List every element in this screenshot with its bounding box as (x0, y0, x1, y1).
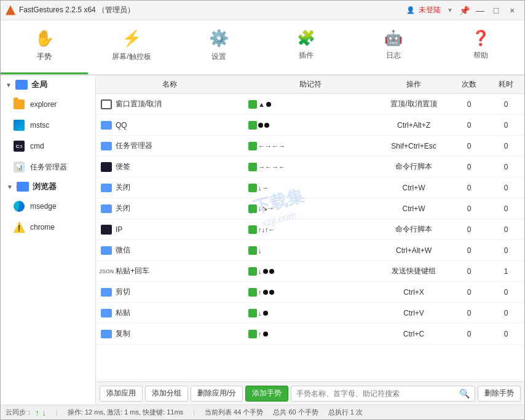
search-input[interactable] (296, 389, 459, 398)
row-action: 置顶/取消置顶 (377, 96, 451, 112)
group-global-arrow: ▼ (6, 82, 12, 88)
sidebar-item-msedge-label: msedge (30, 202, 57, 211)
maximize-button[interactable]: □ (489, 4, 503, 17)
row-shortcut: ↑ (243, 286, 377, 299)
table-row[interactable]: 粘贴 ↓ Ctrl+V 0 0 (96, 303, 524, 324)
row-name: 任务管理器 (96, 138, 243, 154)
status-dropdown[interactable]: ▼ (447, 7, 453, 14)
row-icon-window (101, 99, 112, 110)
row-shortcut: ↓↘→ (243, 202, 377, 216)
explorer-icon (13, 98, 25, 111)
close-button[interactable]: × (505, 4, 519, 17)
row-shortcut: ↓ (243, 306, 377, 320)
msedge-icon (13, 200, 25, 212)
row-shortcut: ←→←→ (243, 139, 377, 153)
row-icon-keyboard (101, 329, 112, 340)
row-icon-keyboard (101, 287, 112, 298)
add-app-button[interactable]: 添加应用 (100, 386, 143, 402)
sync-down-icon[interactable]: ↓ (42, 408, 46, 418)
table-row[interactable]: 任务管理器 ←→←→ Shif+Ctrl+Esc 0 0 (96, 136, 524, 157)
taskmgr-icon: 📊 (13, 161, 25, 173)
window-controls: 📌 — □ × (457, 4, 519, 17)
sidebar-item-mstsc[interactable]: mstsc (1, 115, 95, 136)
browser-group-icon (17, 182, 29, 192)
row-shortcut: ↓ (243, 265, 377, 278)
sidebar-item-mstsc-label: mstsc (30, 121, 49, 130)
minimize-button[interactable]: — (473, 4, 488, 17)
group-global-label: 全局 (31, 79, 47, 90)
sidebar-item-explorer[interactable]: explorer (1, 94, 95, 115)
row-icon-keyboard (101, 245, 112, 256)
group-global-header[interactable]: ▼ 全局 (1, 76, 95, 94)
tab-plugins-label: 插件 (299, 50, 314, 61)
row-name: 关闭 (96, 201, 243, 217)
help-icon: ❓ (472, 29, 490, 47)
login-status[interactable]: 未登陆 (419, 5, 441, 15)
status-divider-2: | (193, 409, 195, 416)
chrome-icon: ⚠️ (13, 221, 25, 233)
row-shortcut: ▲ (243, 98, 377, 111)
th-count: 次数 (451, 79, 488, 90)
row-name: 便签 (96, 159, 243, 175)
sidebar-item-cmd[interactable]: C:\ cmd (1, 136, 95, 157)
mstsc-icon (13, 119, 25, 131)
add-group-button[interactable]: 添加分组 (145, 386, 188, 402)
row-shortcut: ↑↓↑← (243, 223, 377, 236)
group-global: ▼ 全局 explorer mstsc (1, 76, 95, 177)
table-row[interactable]: 微信 ↓ Ctrl+Alt+W 0 0 (96, 240, 524, 261)
screen-icon: ⚡ (122, 29, 141, 48)
tab-plugins[interactable]: 🧩 插件 (262, 20, 350, 74)
row-count: 0 (451, 139, 488, 153)
search-icon[interactable]: 🔍 (459, 389, 470, 399)
table-row[interactable]: 剪切 ↑ Ctrl+X 0 0 (96, 282, 524, 303)
tab-settings[interactable]: ⚙️ 设置 (175, 20, 262, 74)
row-time: 1 (488, 265, 524, 278)
row-icon-json: JSON (101, 266, 112, 277)
global-group-icon (15, 80, 28, 90)
th-time: 耗时 (488, 79, 524, 90)
row-action: Shif+Ctrl+Esc (377, 139, 451, 153)
sync-up-icon[interactable]: ↑ (35, 408, 39, 418)
table-row[interactable]: JSON 粘贴+回车 ↓ 发送快捷键组 0 (96, 261, 524, 282)
table-row[interactable]: 复制 ↑ Ctrl+C 0 0 (96, 324, 524, 344)
pin-button[interactable]: 📌 (457, 4, 472, 17)
add-gesture-button[interactable]: 添加手势 (245, 386, 288, 402)
tab-logs[interactable]: 🤖 日志 (350, 20, 437, 74)
sidebar-item-taskmgr[interactable]: 📊 任务管理器 (1, 157, 95, 177)
delete-gesture-button[interactable]: 删除手势 (478, 386, 521, 402)
row-time: 0 (488, 327, 524, 341)
row-shortcut (243, 119, 377, 132)
tab-gestures[interactable]: ✋ 手势 (1, 20, 88, 74)
delete-app-button[interactable]: 删除应用/分 (191, 386, 243, 402)
row-action: Ctrl+X (377, 286, 451, 299)
logs-icon: 🤖 (384, 29, 403, 47)
row-count: 0 (451, 286, 488, 299)
row-count: 0 (451, 160, 488, 174)
row-action: Ctrl+C (377, 327, 451, 341)
row-name: JSON 粘贴+回车 (96, 263, 243, 279)
tab-help[interactable]: ❓ 帮助 (437, 20, 524, 74)
table-row[interactable]: 关闭 ↓→ Ctrl+W 0 0 (96, 177, 524, 198)
tab-screen-label: 屏幕/触控板 (112, 52, 151, 62)
sidebar-item-msedge[interactable]: msedge (1, 196, 95, 217)
row-icon-keyboard (101, 203, 112, 214)
row-time: 0 (488, 160, 524, 174)
tab-screen[interactable]: ⚡ 屏幕/触控板 (88, 20, 175, 74)
sidebar-item-cmd-label: cmd (30, 142, 44, 150)
table-row[interactable]: 窗口置顶/取消 ▲ 置顶/取消置顶 0 0 (96, 94, 524, 115)
row-time: 0 (488, 181, 524, 195)
row-name: 剪切 (96, 284, 243, 300)
sidebar-item-chrome[interactable]: ⚠️ chrome (1, 217, 95, 238)
th-shortcut: 助记符 (243, 79, 377, 90)
row-shortcut: ↑ (243, 327, 377, 341)
row-time: 0 (488, 223, 524, 236)
table-row[interactable]: QQ Ctrl+Alt+Z 0 0 (96, 115, 524, 136)
group-browser-header[interactable]: ▼ 浏览器 (1, 177, 95, 196)
th-name: 名称 (96, 79, 243, 90)
row-shortcut: →←→← (243, 160, 377, 174)
tab-logs-label: 日志 (386, 50, 401, 61)
table-row[interactable]: 关闭 ↓↘→ Ctrl+W 0 0 (96, 198, 524, 219)
row-count: 0 (451, 265, 488, 278)
table-row[interactable]: 便签 →←→← 命令行脚本 0 0 (96, 157, 524, 177)
table-row[interactable]: IP ↑↓↑← 命令行脚本 0 0 (96, 219, 524, 240)
